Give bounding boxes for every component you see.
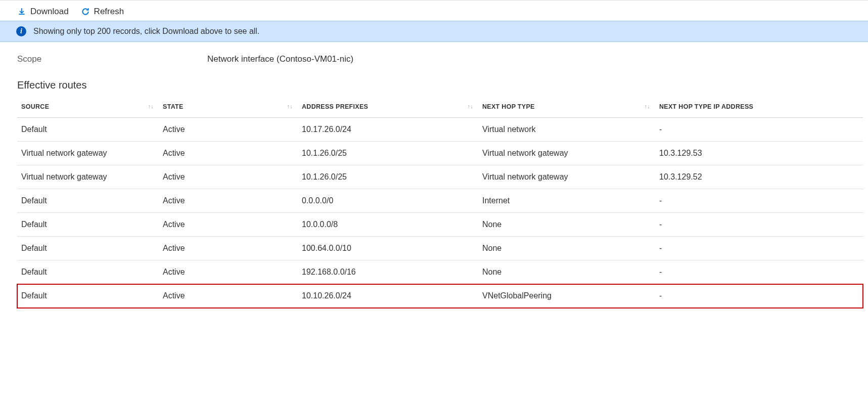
cell-state: Active [159,237,298,260]
refresh-button[interactable]: Refresh [81,7,124,17]
sort-icon: ↑↓ [467,103,473,109]
cell-next-hop-type: VNetGlobalPeering [478,284,655,308]
cell-next-hop-ip: 10.3.129.53 [655,142,863,165]
column-header-label: Source [21,103,49,110]
cell-state: Active [159,118,298,142]
table-row[interactable]: DefaultActive10.17.26.0/24Virtual networ… [17,118,863,142]
column-header-label: Next Hop Type IP Address [659,103,753,110]
table-row[interactable]: Virtual network gatewayActive10.1.26.0/2… [17,142,863,165]
cell-state: Active [159,189,298,213]
table-body: DefaultActive10.17.26.0/24Virtual networ… [17,118,863,308]
cell-next-hop-ip: - [655,213,863,237]
scope-value: Network interface (Contoso-VM01-nic) [207,54,353,64]
cell-source: Default [17,118,159,142]
effective-routes-panel: Download Refresh i Showing only top 200 … [0,0,868,328]
cell-next-hop-ip: - [655,189,863,213]
cell-next-hop-ip: - [655,260,863,284]
table-row[interactable]: DefaultActive192.168.0.0/16None- [17,260,863,284]
table-row[interactable]: DefaultActive0.0.0.0/0Internet- [17,189,863,213]
cell-source: Virtual network gateway [17,165,159,189]
table-row[interactable]: DefaultActive100.64.0.0/10None- [17,237,863,260]
scope-row: Scope Network interface (Contoso-VM01-ni… [0,42,868,68]
cell-source: Default [17,213,159,237]
effective-routes-table: Source ↑↓ State ↑↓ Address Prefixes ↑↓ N… [17,97,863,308]
cell-state: Active [159,142,298,165]
cell-address-prefix: 10.1.26.0/25 [298,142,478,165]
cell-next-hop-type: Internet [478,189,655,213]
cell-source: Default [17,260,159,284]
cell-source: Default [17,189,159,213]
cell-next-hop-type: None [478,260,655,284]
info-message: Showing only top 200 records, click Down… [33,27,259,36]
sort-icon: ↑↓ [287,103,293,109]
scope-label: Scope [17,54,207,64]
cell-address-prefix: 100.64.0.0/10 [298,237,478,260]
divider [0,0,868,1]
cell-next-hop-type: None [478,213,655,237]
table-row[interactable]: DefaultActive10.10.26.0/24VNetGlobalPeer… [17,284,863,308]
cell-next-hop-type: Virtual network [478,118,655,142]
cell-next-hop-ip: - [655,237,863,260]
column-header-address-prefixes[interactable]: Address Prefixes ↑↓ [298,97,478,118]
cell-address-prefix: 10.17.26.0/24 [298,118,478,142]
cell-address-prefix: 10.0.0.0/8 [298,213,478,237]
refresh-label: Refresh [94,7,124,17]
cell-next-hop-type: Virtual network gateway [478,165,655,189]
toolbar: Download Refresh [0,5,868,21]
download-icon [17,7,26,16]
cell-address-prefix: 10.10.26.0/24 [298,284,478,308]
column-header-label: State [163,103,184,110]
cell-address-prefix: 0.0.0.0/0 [298,189,478,213]
table-row[interactable]: DefaultActive10.0.0.0/8None- [17,213,863,237]
cell-next-hop-ip: 10.3.129.52 [655,165,863,189]
section-title: Effective routes [0,68,868,97]
column-header-label: Address Prefixes [302,103,368,110]
download-button[interactable]: Download [17,7,69,17]
cell-next-hop-type: None [478,237,655,260]
cell-source: Virtual network gateway [17,142,159,165]
cell-next-hop-ip: - [655,284,863,308]
column-header-next-hop-ip[interactable]: Next Hop Type IP Address [655,97,863,118]
cell-next-hop-ip: - [655,118,863,142]
cell-address-prefix: 10.1.26.0/25 [298,165,478,189]
column-header-label: Next Hop Type [482,103,535,110]
info-icon: i [16,26,26,36]
sort-icon: ↑↓ [148,103,154,109]
cell-source: Default [17,237,159,260]
cell-address-prefix: 192.168.0.0/16 [298,260,478,284]
cell-next-hop-type: Virtual network gateway [478,142,655,165]
column-header-state[interactable]: State ↑↓ [159,97,298,118]
refresh-icon [81,7,90,16]
info-bar: i Showing only top 200 records, click Do… [0,21,868,42]
table-header-row: Source ↑↓ State ↑↓ Address Prefixes ↑↓ N… [17,97,863,118]
cell-state: Active [159,284,298,308]
sort-icon: ↑↓ [644,103,650,109]
column-header-next-hop-type[interactable]: Next Hop Type ↑↓ [478,97,655,118]
cell-state: Active [159,165,298,189]
download-label: Download [30,7,69,17]
table-row[interactable]: Virtual network gatewayActive10.1.26.0/2… [17,165,863,189]
column-header-source[interactable]: Source ↑↓ [17,97,159,118]
cell-state: Active [159,260,298,284]
cell-state: Active [159,213,298,237]
cell-source: Default [17,284,159,308]
